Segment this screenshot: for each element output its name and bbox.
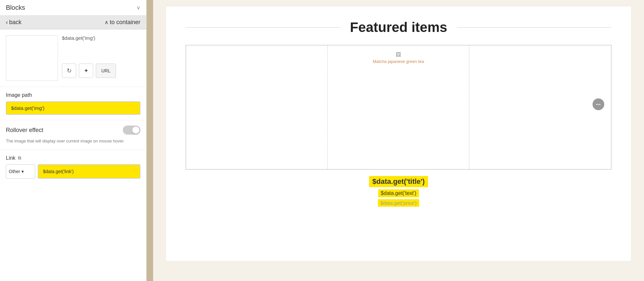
image-controls: $data.get('img') ↻ ✦ URL [62,35,140,78]
url-button[interactable]: URL [96,64,116,78]
panel-header: Blocks ∨ [0,0,146,16]
img-data-get-label: $data.get('img') [62,35,140,41]
more-dots-icon: ••• [596,102,601,106]
link-value-input[interactable] [38,164,140,179]
product-image-caption: Matcha japanese green tea [373,59,424,64]
to-container-label: to container [110,19,140,26]
featured-title-row: Featured items [186,20,611,35]
product-info: $data.get('title') $data.get('text') $da… [186,175,611,208]
rollover-section: Rollover effect The image that will disp… [0,120,146,150]
center-separator [147,0,153,281]
refresh-button[interactable]: ↻ [62,64,76,78]
title-line-left [186,27,340,28]
link-icon: ⧉ [18,155,21,161]
link-section: Link ⧉ Other ▾ [0,150,146,184]
link-text: Link [6,155,15,161]
link-row: Other ▾ [6,164,140,179]
chevron-left-icon: ‹ [6,19,8,26]
image-path-section: Image path [0,87,146,120]
chevron-up-icon: ∧ [105,19,108,25]
featured-title: Featured items [350,20,447,35]
link-type-chevron: ▾ [21,169,24,174]
product-image-placeholder: 🖼 Matcha japanese green tea [331,49,466,64]
rollover-title: Rollover effect [6,127,43,134]
image-buttons-row: ↻ ✦ URL [62,64,140,78]
image-section: $data.get('img') ↻ ✦ URL [0,29,146,87]
back-button[interactable]: ‹ back [6,19,21,26]
image-path-label: Image path [6,92,140,98]
broken-image-icon: 🖼 [396,52,401,58]
rollover-header: Rollover effect [6,126,140,135]
link-label: Link ⧉ [6,155,140,161]
magic-wand-button[interactable]: ✦ [79,64,93,78]
back-label: back [9,19,21,26]
panel-title: Blocks [6,4,25,11]
rollover-description: The image that will display over current… [6,138,140,144]
chevron-down-icon[interactable]: ∨ [136,5,140,11]
right-panel: Featured items 🖼 Matcha japanese green t… [153,0,644,281]
product-cell-1 [186,45,328,169]
link-type-value: Other [9,169,20,174]
product-title-tag: $data.get('title') [369,176,428,187]
link-type-dropdown[interactable]: Other ▾ [6,164,35,179]
more-options-button[interactable]: ••• [593,98,604,110]
back-bar: ‹ back ∧ to container [0,16,146,29]
product-price-tag: $data.get('price') [378,199,419,207]
content-area: Featured items 🖼 Matcha japanese green t… [166,7,631,261]
product-cell-3 [469,45,611,169]
product-text-tag: $data.get('text') [378,189,419,197]
product-cell-2: 🖼 Matcha japanese green tea [328,45,469,169]
rollover-toggle[interactable] [123,126,140,135]
left-panel: Blocks ∨ ‹ back ∧ to container $data.get… [0,0,147,281]
image-preview [6,35,58,81]
title-line-right [457,27,611,28]
product-grid: 🖼 Matcha japanese green tea [186,45,611,170]
image-path-input[interactable] [6,101,140,115]
to-container-button[interactable]: ∧ to container [105,19,140,26]
